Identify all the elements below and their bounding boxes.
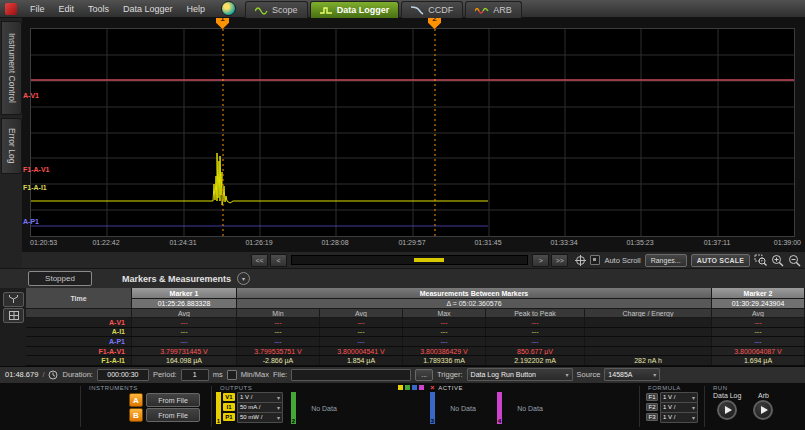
grid-view-button[interactable] (3, 308, 24, 323)
p1-badge[interactable]: P1 (223, 413, 235, 421)
x-axis-label: 01:22:42 (92, 239, 119, 246)
f1-badge[interactable]: F1 (646, 393, 658, 401)
i1-badge[interactable]: I1 (223, 403, 235, 411)
period-input[interactable]: 1 (181, 369, 209, 381)
crosshair-icon[interactable] (575, 255, 586, 266)
trace-chip-green (405, 385, 410, 390)
menu-file[interactable]: File (23, 4, 52, 14)
row-avg: 1.854 µA (320, 356, 403, 365)
rail-tab-error-log[interactable]: Error Log (1, 118, 22, 174)
row-name: A-V1 (26, 318, 132, 327)
row-peak-to-peak: --- (486, 337, 585, 346)
brand-logo-icon (5, 3, 17, 15)
duration-value[interactable]: 000:00:30 (97, 369, 149, 381)
waveform-plot[interactable] (30, 28, 795, 237)
f3-badge[interactable]: F3 (646, 413, 658, 421)
row-min: --- (237, 337, 320, 346)
f2-badge[interactable]: F2 (646, 403, 658, 411)
tab-data-logger[interactable]: Data Logger (310, 1, 400, 18)
row-marker1-value: --- (132, 337, 237, 346)
trigger-value: Data Log Run Button (471, 371, 536, 378)
scroll-forward-button[interactable]: > (532, 254, 549, 267)
scroll-thumb[interactable] (414, 258, 444, 262)
trigger-select[interactable]: Data Log Run Button ▾ (467, 368, 573, 381)
tab-scope-label: Scope (272, 5, 298, 15)
waveform-svg (31, 29, 794, 236)
row-marker1-value: 164.098 µA (132, 356, 237, 365)
ranges-button[interactable]: Ranges... (645, 254, 687, 267)
channel-1-block: 1 V1 1 V / ▾ I1 50 mA / ▾ (216, 392, 283, 424)
play-icon (725, 406, 732, 414)
instrument-a-badge[interactable]: A (129, 393, 143, 407)
instruments-section: INSTRUMENTS A From File B From File (81, 383, 211, 430)
menu-tools[interactable]: Tools (81, 4, 116, 14)
source-value: 14585A (608, 371, 632, 378)
table-row: A-I1 --- --- --- --- --- --- (26, 328, 805, 338)
measurements-grid: Time Marker 1 Measurements Between Marke… (26, 288, 805, 366)
trace-select-button[interactable] (3, 292, 24, 307)
active-label: ACTIVE (438, 385, 463, 391)
tab-ccdf[interactable]: CCDF (401, 1, 463, 18)
instrument-b-from-file-button[interactable]: From File (146, 408, 200, 422)
instrument-a-from-file-button[interactable]: From File (146, 393, 200, 407)
channel-4-block: 4 No Data (497, 392, 556, 424)
auto-scroll-checkbox[interactable] (590, 255, 600, 265)
trace-chip-magenta (419, 385, 424, 390)
chevron-down-icon: ▾ (277, 404, 280, 411)
zoom-in-icon[interactable] (771, 254, 784, 267)
file-input[interactable] (291, 369, 411, 381)
file-label: File: (273, 370, 287, 379)
data-log-run-button[interactable] (717, 400, 737, 420)
f3-range-value: 1 V / (663, 414, 675, 420)
period-unit: ms (213, 370, 223, 379)
row-max: --- (403, 318, 486, 327)
menu-help[interactable]: Help (180, 4, 213, 14)
panel-dropdown-button[interactable]: ▾ (237, 272, 250, 285)
i1-range-value: 50 mA / (240, 404, 260, 410)
zoom-out-icon[interactable] (788, 254, 801, 267)
scroll-fast-forward-button[interactable]: >> (551, 254, 568, 267)
scope-wave-icon (255, 6, 268, 15)
f2-range-select[interactable]: 1 V / ▾ (660, 402, 698, 413)
row-min: --- (237, 328, 320, 337)
row-marker2-value: 1.694 µA (712, 356, 805, 365)
auto-scale-button[interactable]: AUTO SCALE (691, 254, 750, 267)
tab-arb[interactable]: ARB (465, 1, 522, 18)
measurements-table: Time Marker 1 Measurements Between Marke… (0, 288, 805, 366)
minmax-checkbox[interactable] (227, 370, 237, 380)
chevron-down-icon: ▾ (692, 414, 695, 421)
trace-chip-blue (412, 385, 417, 390)
v1-badge[interactable]: V1 (223, 393, 235, 401)
menu-data-logger[interactable]: Data Logger (116, 4, 180, 14)
bottom-spacer (0, 383, 80, 430)
f3-range-select[interactable]: 1 V / ▾ (660, 412, 698, 423)
v1-range-select[interactable]: 1 V / ▾ (237, 392, 283, 403)
i1-range-select[interactable]: 50 mA / ▾ (237, 402, 283, 413)
x-axis-label: 01:28:08 (321, 239, 348, 246)
tab-arb-label: ARB (493, 5, 512, 15)
f1-range-select[interactable]: 1 V / ▾ (660, 392, 698, 403)
close-icon[interactable]: × (430, 384, 434, 391)
x-axis-label: 01:31:45 (474, 239, 501, 246)
arb-run-button[interactable] (753, 400, 773, 420)
rail-tab-instrument-control[interactable]: Instrument Control (1, 21, 22, 115)
menu-bar: File Edit Tools Data Logger Help Scope D… (0, 0, 805, 18)
trace-chips: × ACTIVE (398, 384, 463, 391)
x-axis-label: 01:39:00 (774, 239, 801, 246)
zoom-region-icon[interactable] (754, 254, 767, 267)
trace-label-f1-a-i1: F1-A-I1 (23, 184, 47, 191)
instrument-b-badge[interactable]: B (129, 408, 143, 422)
scroll-rewind-button[interactable]: << (251, 254, 268, 267)
chevron-down-icon: ▾ (692, 394, 695, 401)
scroll-track[interactable] (291, 255, 528, 265)
source-select[interactable]: 14585A ▾ (604, 368, 660, 381)
period-label: Period: (153, 370, 177, 379)
browse-button[interactable]: ... (415, 369, 433, 381)
scroll-back-button[interactable]: < (270, 254, 287, 267)
p1-range-select[interactable]: 50 mW / ▾ (237, 412, 283, 423)
menu-edit[interactable]: Edit (52, 4, 82, 14)
tab-scope[interactable]: Scope (245, 1, 308, 18)
arb-wave-icon (475, 6, 489, 15)
chevron-down-icon: ▾ (653, 371, 656, 378)
row-marker2-value: --- (712, 318, 805, 327)
